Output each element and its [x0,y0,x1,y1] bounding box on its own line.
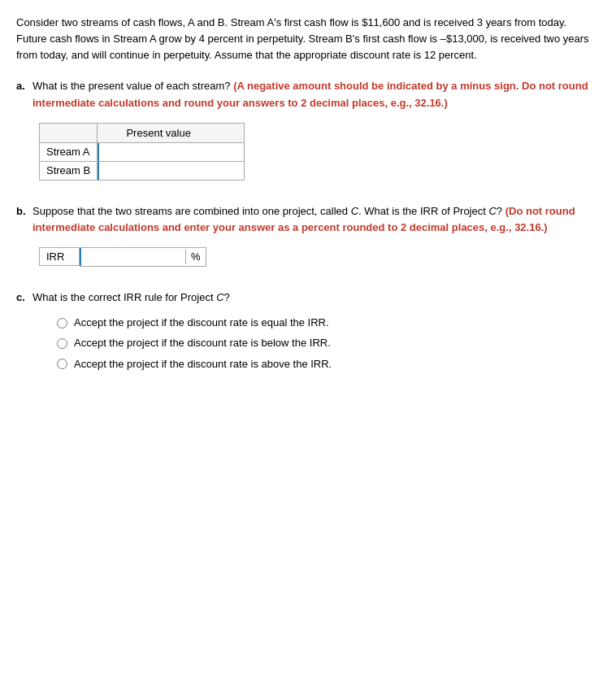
radio-equal-label: Accept the project if the discount rate … [74,316,329,330]
radio-below-label: Accept the project if the discount rate … [74,336,331,350]
table-pv-header: Present value [98,123,245,142]
radio-option-above[interactable]: Accept the project if the discount rate … [57,357,600,372]
question-a-text-normal: What is the present value of each stream… [33,80,231,92]
irr-label: IRR [39,247,80,266]
question-b-text-normal: Suppose that the two streams are combine… [33,205,505,217]
stream-b-input-cell [98,161,245,180]
irr-row: IRR % [39,247,600,267]
radio-below[interactable] [57,338,67,349]
table-row: Stream A [40,142,245,161]
intro-paragraph: Consider two streams of cash flows, A an… [16,15,600,63]
question-b-block: b. Suppose that the two streams are comb… [16,203,600,267]
question-b-content: Suppose that the two streams are combine… [33,203,600,236]
irr-percent-symbol: % [185,249,206,264]
irr-rule-options: Accept the project if the discount rate … [57,316,600,372]
question-b-letter: b. [16,203,29,220]
radio-option-below[interactable]: Accept the project if the discount rate … [57,336,600,350]
question-c-content: What is the correct IRR rule for Project… [33,289,600,306]
radio-equal[interactable] [57,318,67,329]
table-empty-header [40,123,98,142]
question-c-letter: c. [16,289,29,306]
stream-a-input[interactable] [98,143,244,161]
question-a-block: a. What is the present value of each str… [16,78,600,180]
stream-a-input-cell [98,142,245,161]
question-c-text: What is the correct IRR rule for Project… [33,291,230,303]
present-value-table: Present value Stream A Stream B [39,123,245,181]
irr-input-wrap: % [80,247,206,267]
radio-above[interactable] [57,359,67,369]
stream-a-label: Stream A [40,142,98,161]
question-c-block: c. What is the correct IRR rule for Proj… [16,289,600,372]
question-a-content: What is the present value of each stream… [33,78,600,111]
radio-option-equal[interactable]: Accept the project if the discount rate … [57,316,600,330]
question-a-letter: a. [16,78,29,94]
stream-b-label: Stream B [40,161,98,180]
radio-above-label: Accept the project if the discount rate … [74,357,332,372]
table-row: Stream B [40,161,245,180]
stream-b-input[interactable] [98,162,244,180]
irr-input[interactable] [80,248,185,266]
